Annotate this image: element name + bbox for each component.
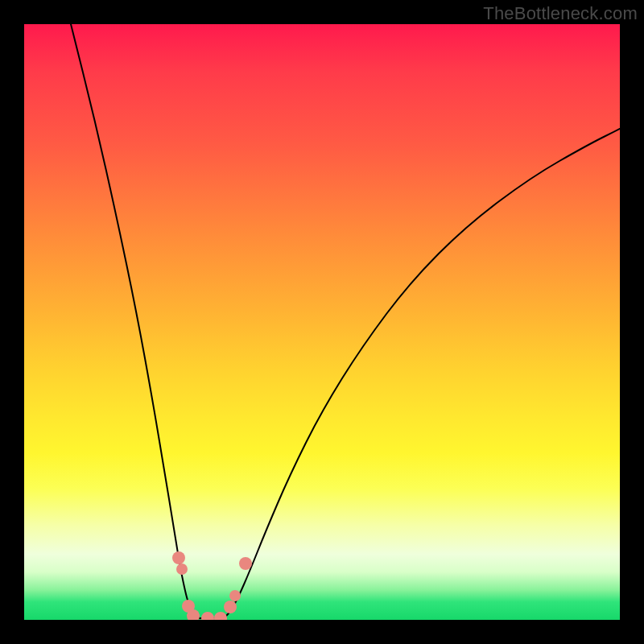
marker-point <box>201 612 214 620</box>
curve-left <box>71 24 200 618</box>
plot-area <box>24 24 620 620</box>
curve-group <box>71 24 620 618</box>
bottleneck-curve <box>24 24 620 620</box>
marker-point <box>214 612 227 620</box>
marker-point <box>229 590 241 601</box>
marker-point <box>239 557 252 570</box>
marker-point <box>176 564 188 575</box>
chart-frame: TheBottleneck.com <box>0 0 644 644</box>
marker-point <box>172 551 185 564</box>
watermark-text: TheBottleneck.com <box>483 3 638 24</box>
marker-point <box>224 601 237 613</box>
curve-right <box>224 129 620 618</box>
